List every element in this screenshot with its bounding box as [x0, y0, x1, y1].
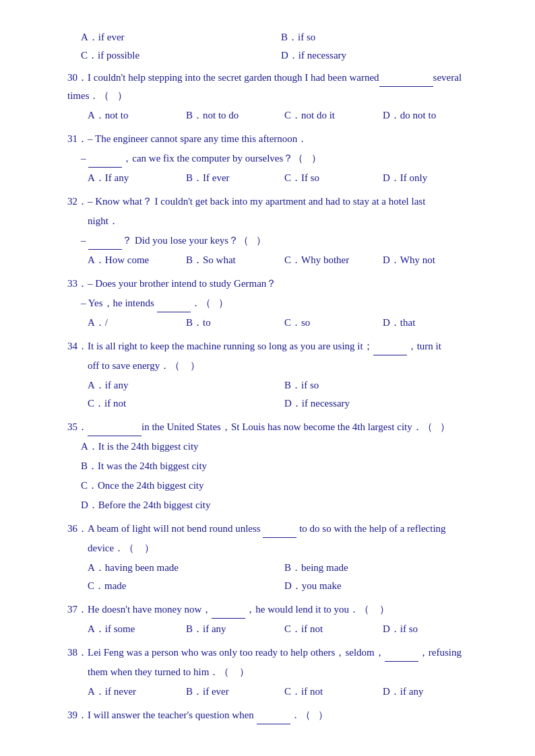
q33-optB: B．to [186, 314, 284, 332]
q35-optB: B．It was the 24th biggest city [67, 457, 481, 475]
q31-optB: B．If ever [186, 169, 284, 187]
option-A-prev: A．if ever [81, 28, 281, 46]
q33-text1: 33．– Does your brother intend to study G… [67, 275, 481, 293]
exam-content: A．if ever B．if so C．if possible D．if nec… [67, 28, 481, 724]
q34-optA: A．if any [88, 376, 284, 394]
q34-text1: 34．It is all right to keep the machine r… [67, 337, 481, 355]
q36-text1: 36．A beam of light will not bend round u… [67, 520, 481, 538]
q32-optB: B．So what [186, 251, 284, 269]
q36-optA: A．having been made [88, 559, 284, 577]
q35-optC: C．Once the 24th biggest city [67, 477, 481, 495]
q33-optA: A．/ [88, 314, 186, 332]
q31-optD: D．If only [383, 169, 481, 187]
q35-optD: D．Before the 24th biggest city [67, 496, 481, 514]
q39-text: 39．I will answer the teacher's question … [67, 706, 481, 724]
question-39: 39．I will answer the teacher's question … [67, 706, 481, 724]
q37-optD: D．if so [383, 620, 481, 638]
q33-optD: D．that [383, 314, 481, 332]
q38-optD: D．if any [383, 683, 481, 701]
q34-optB: B．if so [284, 376, 481, 394]
q36-optB: B．being made [284, 559, 481, 577]
question-36: 36．A beam of light will not bend round u… [67, 520, 481, 595]
q32-text1: 32．– Know what？ I couldn't get back into… [67, 193, 481, 211]
question-37: 37．He doesn't have money now，，he would l… [67, 600, 481, 638]
q38-optA: A．if never [88, 683, 186, 701]
question-31: 31．– The engineer cannot spare any time … [67, 130, 481, 187]
q31-optA: A．If any [88, 169, 186, 187]
q37-optC: C．if not [284, 620, 383, 638]
q34-text2: off to save energy．（ ） [67, 357, 481, 375]
question-38: 38．Lei Feng was a person who was only to… [67, 644, 481, 701]
question-30: 30．I couldn't help stepping into the sec… [67, 69, 481, 125]
q34-optC: C．if not [88, 394, 284, 413]
option-letter: A．if ever [81, 32, 125, 42]
q30-optA: A．not to [88, 106, 186, 125]
q31-text1: 31．– The engineer cannot spare any time … [67, 130, 481, 148]
question-32: 32．– Know what？ I couldn't get back into… [67, 193, 481, 269]
q32-optA: A．How come [88, 251, 186, 269]
question-prev-options: A．if ever B．if so C．if possible D．if nec… [67, 28, 481, 65]
question-33: 33．– Does your brother intend to study G… [67, 275, 481, 332]
q37-optA: A．if some [88, 620, 186, 638]
q36-optC: C．made [88, 577, 284, 595]
option-letter: D．if necessary [281, 50, 346, 61]
q37-text: 37．He doesn't have money now，，he would l… [67, 600, 481, 619]
q30-optD: D．do not to [383, 106, 481, 125]
option-D-prev: D．if necessary [281, 46, 481, 65]
q38-optC: C．if not [284, 683, 383, 701]
q35-optA: A．It is the 24th biggest city [67, 438, 481, 456]
q38-text1: 38．Lei Feng was a person who was only to… [67, 644, 481, 662]
option-letter: C．if possible [81, 50, 139, 61]
question-35: 35．in the United States，St Louis has now… [67, 418, 481, 514]
option-B-prev: B．if so [281, 28, 481, 46]
option-letter: B．if so [281, 32, 315, 42]
q32-text3: – ？ Did you lose your keys？（ ） [67, 232, 481, 250]
q31-optC: C．If so [284, 169, 383, 187]
q30-text: 30．I couldn't help stepping into the sec… [67, 69, 481, 105]
q32-text2: night． [67, 212, 481, 230]
q35-text: 35．in the United States，St Louis has now… [67, 418, 481, 436]
q32-optD: D．Why not [383, 251, 481, 269]
q37-optB: B．if any [186, 620, 284, 638]
q34-optD: D．if necessary [284, 394, 481, 413]
q33-optC: C．so [284, 314, 383, 332]
q36-text2: device．（ ） [67, 539, 481, 557]
q32-optC: C．Why bother [284, 251, 383, 269]
q31-text2: – ，can we fix the computer by ourselves？… [67, 149, 481, 168]
q36-optD: D．you make [284, 577, 481, 595]
option-C-prev: C．if possible [81, 46, 281, 65]
q38-optB: B．if ever [186, 683, 284, 701]
q30-optB: B．not to do [186, 106, 284, 125]
q33-text2: – Yes，he intends ．（ ） [67, 294, 481, 312]
q30-optC: C．not do it [284, 106, 383, 125]
q38-text2: them when they turned to him．（ ） [67, 663, 481, 681]
question-34: 34．It is all right to keep the machine r… [67, 337, 481, 413]
